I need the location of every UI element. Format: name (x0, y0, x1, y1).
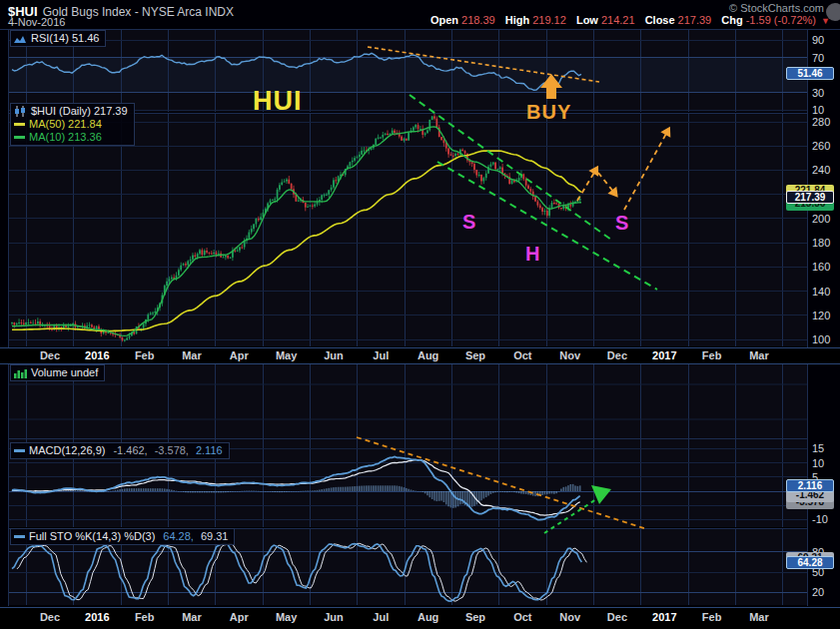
month-label: May (276, 611, 298, 623)
last-price-tag: 217.39 (786, 191, 834, 204)
axis-tick-label: 120 (812, 310, 830, 321)
rsi-legend: RSI(14) 51.46 (10, 30, 106, 47)
axis-tick-label: 140 (812, 286, 830, 298)
month-label: Oct (513, 349, 532, 361)
month-label: Dec (607, 611, 627, 623)
rsi-value-tag: 51.46 (786, 67, 834, 80)
close-label: Close (645, 14, 675, 26)
annotation-buy: BUY (526, 101, 571, 123)
close-value: 217.39 (678, 14, 712, 26)
copyright: © StockCharts.com (729, 2, 824, 14)
month-label: Mar (749, 349, 769, 361)
month-label: Jul (373, 611, 389, 623)
axis-tick-label: -10 (812, 513, 828, 525)
axis-tick-label: 90 (812, 34, 824, 46)
month-label: Feb (135, 611, 155, 623)
volume-bars-icon (14, 368, 27, 378)
price-legend-label: $HUI (Daily) 217.39 (31, 105, 128, 118)
month-label: 2016 (85, 349, 109, 361)
low-label: Low (576, 14, 598, 26)
stochastic-legend: Full STO %K(14,3) %D(3)64.28,69.31 (10, 528, 235, 545)
volume-legend: Volume undef (10, 364, 105, 381)
macd-line-icon (14, 449, 25, 452)
annotation-hui: HUI (253, 86, 303, 116)
month-label: 2017 (652, 349, 676, 361)
annotation-s2: S (615, 212, 629, 234)
month-label: Sep (465, 611, 485, 623)
month-label: Feb (702, 349, 722, 361)
axis-tick-label: 180 (812, 237, 830, 249)
stochastic-legend-label: Full STO %K(14,3) %D(3) (29, 530, 155, 543)
annotation-h: H (525, 243, 540, 265)
axis-tick-label: 30 (812, 87, 824, 99)
month-label: Mar (182, 349, 202, 361)
axis-tick-label: 20 (812, 586, 824, 598)
open-value: 218.39 (461, 14, 495, 26)
month-label: Feb (135, 349, 155, 361)
stochastic-value-k: 64.28, (163, 530, 194, 543)
annotation-s1: S (462, 211, 476, 233)
month-label: 2017 (652, 611, 676, 623)
stochastic-k-tag: 64.28 (786, 556, 834, 569)
ma50-legend-label: MA(50) 221.84 (29, 118, 102, 131)
axis-tick-label: 70 (812, 52, 824, 64)
stochastic-line-icon (14, 535, 25, 538)
ma50-line-icon (14, 123, 25, 126)
down-triangle-icon: ▼ (821, 16, 830, 26)
month-label: Nov (559, 611, 581, 623)
month-label: Dec (607, 349, 627, 361)
ohlc-quote-bar: Open218.39 High219.12 Low214.21 Close217… (423, 14, 830, 26)
month-label: Apr (230, 611, 250, 623)
high-label: High (505, 14, 529, 26)
month-label: Mar (749, 611, 769, 623)
axis-tick-label: 280 (812, 116, 830, 128)
month-label: Mar (182, 611, 202, 623)
ma10-legend-label: MA(10) 213.36 (29, 131, 102, 144)
month-label: Aug (418, 349, 438, 361)
month-label: 2016 (85, 611, 109, 623)
axis-tick-label: 10 (812, 104, 824, 116)
page-title: Gold Bugs Index - NYSE Arca INDX (43, 5, 234, 19)
axis-tick-label: 260 (812, 140, 830, 152)
month-label: Dec (40, 349, 60, 361)
macd-legend-label: MACD(12,26,9) (29, 444, 105, 457)
candlestick-icon (14, 106, 27, 117)
macd-value-3: 2.116 (196, 444, 223, 457)
month-label: Oct (513, 611, 532, 623)
line-chart-icon (14, 34, 27, 44)
month-label: Nov (559, 349, 581, 361)
macd-value-1: -1.462, (113, 444, 147, 457)
axis-tick-label: 200 (812, 213, 830, 225)
axis-tick-label: 160 (812, 261, 830, 273)
axis-tick-label: 10 (812, 457, 824, 469)
stochastic-value-d: 69.31 (201, 530, 229, 543)
month-label: Apr (230, 349, 250, 361)
axis-tick-label: 100 (812, 333, 830, 345)
change-value: -1.59 (-0.72%) (746, 14, 816, 26)
rsi-legend-label: RSI(14) 51.46 (31, 32, 99, 45)
change-label: Chg (721, 14, 742, 26)
low-value: 214.21 (601, 14, 635, 26)
chart-date: 4-Nov-2016 (8, 16, 65, 28)
month-label: Dec (40, 611, 60, 623)
axis-tick-label: 240 (812, 164, 830, 176)
month-label: Aug (418, 611, 438, 623)
open-label: Open (430, 14, 458, 26)
macd-value-2: -3.578, (155, 444, 189, 457)
stockcharts-chart-image: DecDec20162016FebFebMarMarAprAprMayMayJu… (0, 0, 840, 629)
ma10-line-icon (14, 136, 25, 139)
volume-legend-label: Volume undef (31, 366, 98, 379)
macd-histogram-tag: 2.116 (786, 479, 834, 492)
macd-legend: MACD(12,26,9)-1.462,-3.578,2.116 (10, 442, 230, 459)
month-label: May (276, 349, 298, 361)
month-label: Feb (702, 611, 722, 623)
month-label: Sep (465, 349, 485, 361)
month-label: Jul (373, 349, 389, 361)
price-legend: $HUI (Daily) 217.39 MA(50) 221.84 MA(10)… (10, 103, 135, 146)
axis-tick-label: 15 (812, 442, 824, 454)
month-label: Jun (324, 611, 344, 623)
high-value: 219.12 (532, 14, 566, 26)
month-label: Jun (324, 349, 344, 361)
